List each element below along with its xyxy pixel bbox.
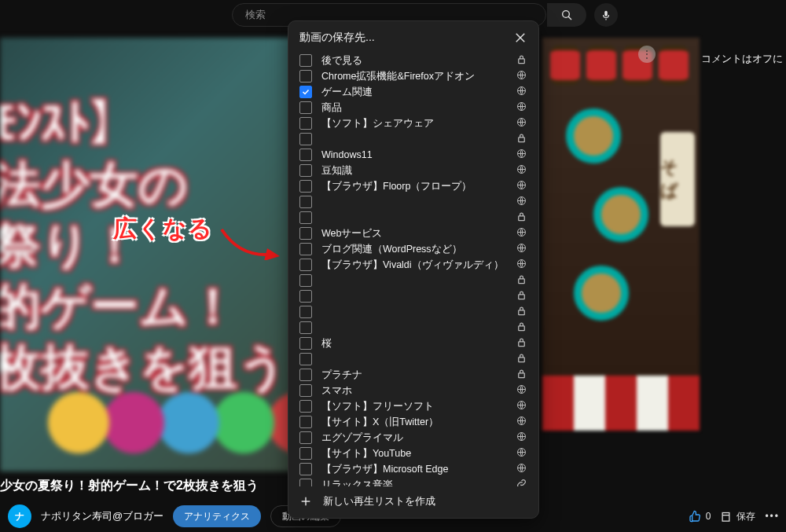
playlist-item[interactable]: 桜	[299, 336, 527, 351]
playlist-item[interactable]: プラチナ	[299, 367, 527, 383]
globe-icon	[516, 383, 527, 398]
playlist-item[interactable]: Windows11	[299, 147, 527, 163]
playlist-checkbox[interactable]	[299, 337, 312, 350]
playlist-item[interactable]	[299, 273, 527, 288]
playlist-checkbox[interactable]	[299, 353, 312, 365]
playlist-checkbox[interactable]	[299, 259, 312, 271]
like-count: 0	[706, 511, 711, 522]
bookmark-icon	[720, 511, 732, 523]
svg-rect-21	[519, 279, 525, 284]
playlist-item[interactable]: Webサービス	[299, 226, 527, 241]
analytics-button[interactable]: アナリティクス	[173, 505, 261, 527]
playlist-checkbox[interactable]	[299, 101, 312, 114]
playlist-item[interactable]: スマホ	[299, 383, 527, 398]
channel-name[interactable]: ナポリタン寿司@ブロガー	[41, 509, 163, 523]
playlist-label	[321, 322, 506, 333]
like-button[interactable]: 0	[689, 510, 711, 523]
playlist-item[interactable]	[299, 288, 527, 304]
modal-title: 動画の保存先...	[299, 31, 375, 45]
playlist-checkbox[interactable]	[299, 431, 312, 444]
comments-off-label: コメントはオフに	[701, 52, 783, 66]
playlist-item[interactable]: 【サイト】X（旧Twitter）	[299, 414, 527, 430]
playlist-checkbox[interactable]	[299, 306, 312, 318]
svg-rect-7	[519, 59, 525, 64]
playlist-label: 【ブラウザ】Microsoft Edge	[321, 463, 506, 476]
globe-icon	[516, 258, 527, 272]
playlist-checkbox[interactable]	[299, 416, 312, 428]
svg-marker-2	[264, 248, 280, 260]
playlist-item[interactable]	[299, 320, 527, 336]
lock-icon	[516, 336, 527, 350]
svg-rect-12	[519, 138, 525, 142]
playlist-checkbox[interactable]	[299, 290, 312, 303]
secondary-thumbnail: そば	[542, 38, 700, 431]
playlist-item[interactable]	[299, 351, 527, 367]
playlist-item[interactable]: エグゾプライマル	[299, 430, 527, 446]
lock-icon	[516, 289, 527, 303]
globe-icon	[516, 69, 527, 83]
playlist-item[interactable]	[299, 194, 527, 210]
save-button[interactable]: 保存	[720, 510, 755, 523]
playlist-item[interactable]: ゲーム関連	[299, 84, 527, 100]
playlist-label: Windows11	[321, 149, 506, 160]
playlist-checkbox[interactable]	[299, 227, 312, 240]
playlist-label: ゲーム関連	[321, 86, 506, 99]
playlist-checkbox[interactable]	[299, 70, 312, 83]
playlist-checkbox[interactable]	[299, 149, 312, 161]
playlist-checkbox[interactable]	[299, 86, 312, 98]
playlist-checkbox[interactable]	[299, 133, 312, 145]
playlist-checkbox[interactable]	[299, 400, 312, 413]
playlist-item[interactable]: リラックス音楽	[299, 477, 527, 486]
info-icon[interactable]: ⋮	[638, 46, 656, 63]
playlist-checkbox[interactable]	[299, 117, 312, 130]
lock-icon	[516, 273, 527, 288]
playlist-item[interactable]: ブログ関連（WordPressなど）	[299, 241, 527, 257]
playlist-list[interactable]: 後で見るChrome拡張機能&Firefoxアドオンゲーム関連商品【ソフト】シェ…	[288, 53, 538, 486]
playlist-label: Webサービス	[321, 227, 506, 240]
playlist-item[interactable]: 【ブラウザ】Floorp（フロープ）	[299, 178, 527, 194]
playlist-item[interactable]: 【ソフト】シェアウェア	[299, 116, 527, 131]
playlist-item[interactable]: 商品	[299, 100, 527, 116]
playlist-item[interactable]: Chrome拡張機能&Firefoxアドオン	[299, 68, 527, 84]
lock-icon	[516, 321, 527, 335]
playlist-item[interactable]: 豆知識	[299, 163, 527, 178]
playlist-item[interactable]	[299, 304, 527, 320]
playlist-item[interactable]: 【サイト】YouTube	[299, 446, 527, 461]
playlist-label: 【ブラウザ】Floorp（フロープ）	[321, 180, 506, 193]
playlist-label	[321, 354, 506, 365]
playlist-checkbox[interactable]	[299, 243, 312, 255]
playlist-checkbox[interactable]	[299, 54, 312, 67]
link-icon	[516, 478, 527, 486]
create-playlist-label: 新しい再生リストを作成	[323, 494, 435, 508]
channel-avatar[interactable]: ナ	[8, 504, 31, 528]
search-button[interactable]	[547, 3, 586, 27]
playlist-label	[321, 306, 506, 317]
playlist-checkbox[interactable]	[299, 479, 312, 486]
playlist-label	[321, 196, 506, 207]
playlist-item[interactable]: 【ソフト】フリーソフト	[299, 398, 527, 414]
playlist-checkbox[interactable]	[299, 463, 312, 475]
playlist-item[interactable]: 後で見る	[299, 53, 527, 68]
globe-icon	[516, 195, 527, 209]
playlist-checkbox[interactable]	[299, 447, 312, 460]
create-playlist-button[interactable]: 新しい再生リストを作成	[288, 486, 538, 518]
playlist-label: プラチナ	[321, 369, 506, 382]
playlist-checkbox[interactable]	[299, 384, 312, 397]
playlist-checkbox[interactable]	[299, 180, 312, 193]
playlist-item[interactable]	[299, 131, 527, 147]
voice-search-button[interactable]	[594, 3, 618, 27]
playlist-item[interactable]: 【ブラウザ】Vivaldi（ヴィヴァルディ）	[299, 257, 527, 273]
svg-rect-25	[519, 342, 525, 347]
playlist-item[interactable]	[299, 210, 527, 226]
close-button[interactable]	[513, 31, 527, 45]
more-actions-button[interactable]: •••	[765, 511, 780, 522]
playlist-checkbox[interactable]	[299, 274, 312, 287]
playlist-label: 後で見る	[321, 54, 506, 68]
playlist-checkbox[interactable]	[299, 164, 312, 177]
playlist-checkbox[interactable]	[299, 369, 312, 381]
playlist-item[interactable]: 【ブラウザ】Microsoft Edge	[299, 461, 527, 477]
playlist-checkbox[interactable]	[299, 211, 312, 224]
playlist-checkbox[interactable]	[299, 321, 312, 334]
playlist-checkbox[interactable]	[299, 196, 312, 208]
globe-icon	[516, 399, 527, 413]
